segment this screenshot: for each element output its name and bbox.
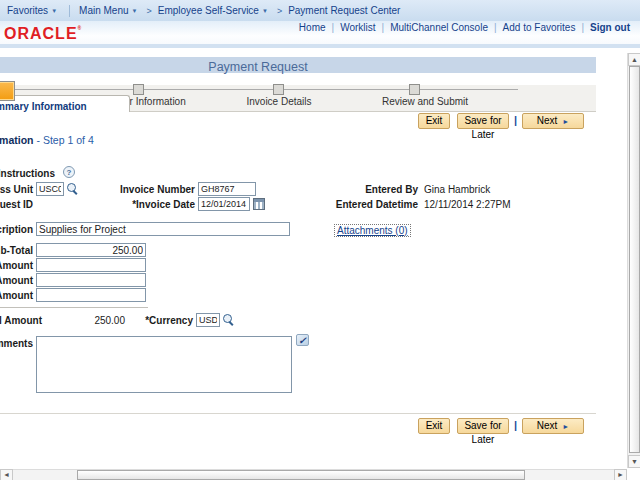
freight-amount-field[interactable] [36,273,146,287]
link-multichannel-console[interactable]: MultiChannel Console [390,22,488,33]
oracle-logo: ORACLE® [4,25,82,43]
menu-main-menu[interactable]: Main Menu▼ [79,5,140,16]
save-for-later-button-bottom[interactable]: Save for Later [457,418,509,434]
freight-amount-label: Freight Amount [0,275,33,286]
calendar-icon[interactable] [253,198,265,210]
page-title: Payment Request [208,60,307,74]
entered-by-value: Gina Hambrick [424,184,490,195]
next-button-label: Next [537,420,558,431]
chevron-down-icon: ▼ [132,8,138,14]
scroll-down-icon[interactable]: ▼ [628,455,640,468]
button-separator: | [514,419,517,431]
section-heading-step: - Step 1 of 4 [37,134,94,146]
sales-tax-amount-field[interactable] [36,288,146,302]
link-sign-out[interactable]: Sign out [590,22,630,33]
main-menu-label: Main Menu [79,5,128,16]
application-window: Favorites▼ Main Menu▼ > Employee Self-Se… [0,0,640,480]
exit-button[interactable]: Exit [418,113,450,129]
invoice-date-field[interactable] [198,197,250,211]
totals-divider [0,307,148,308]
exit-button-bottom[interactable]: Exit [418,418,450,434]
vertical-scrollbar[interactable]: ▲ ▼ [627,53,640,468]
tab-summary-information: Summary Information [0,95,130,112]
breadcrumb-divider [69,5,70,17]
registered-mark: ® [78,25,83,31]
wizard-step-line [4,89,518,90]
link-separator: | [382,22,385,33]
chevron-down-icon: ▼ [262,8,268,14]
step-marker-review-and-submit [409,84,420,95]
next-button-label: Next [537,115,558,126]
page-title-band: Payment Request [0,57,596,73]
breadcrumb-separator: > [277,6,282,16]
payment-request-page: Payment Request Summary Information Supp… [0,48,627,468]
oracle-logo-text: ORACLE [4,25,78,42]
invoice-sub-total-field[interactable] [36,243,146,257]
step-label-invoice-details: Invoice Details [246,96,311,107]
lookup-icon[interactable] [67,183,79,195]
vertical-scrollbar-thumb[interactable] [629,66,640,453]
step-marker-active [0,81,15,101]
comments-label: Comments [0,338,33,349]
next-button[interactable]: Next► [522,113,584,129]
description-field[interactable] [36,222,290,236]
invoice-date-label: *Invoice Date [80,199,195,210]
step-label-review-and-submit: Review and Submit [382,96,468,107]
menu-favorites[interactable]: Favorites▼ [7,5,60,16]
description-label: Description [0,224,33,235]
business-unit-field[interactable] [36,182,64,196]
next-arrow-icon: ► [562,118,569,125]
portal-links: Home|Worklist|MultiChannel Console|Add t… [299,22,630,33]
attachments-link[interactable]: Attachments (0) [334,224,411,237]
instructions-label: Instructions [0,168,55,179]
business-unit-label: Business Unit [0,184,33,195]
content-viewport: Payment Request Summary Information Supp… [0,48,627,468]
step-marker-invoice-details [273,84,284,95]
chevron-down-icon: ▼ [51,8,57,14]
section-heading: Summary Information- Step 1 of 4 [0,130,94,148]
entered-datetime-value: 12/11/2014 2:27PM [424,199,511,210]
help-icon[interactable]: ? [63,166,75,178]
breadcrumb-employee-self-service[interactable]: Employee Self-Service▼ [158,5,271,16]
horizontal-scrollbar[interactable]: ◄ ► [0,469,627,480]
misc-charge-amount-field[interactable] [36,258,146,272]
entered-datetime-label: Entered Datetime [300,199,418,210]
footer-divider [0,413,596,414]
currency-label: *Currency [93,315,193,326]
link-worklist[interactable]: Worklist [340,22,375,33]
button-separator: | [514,114,517,126]
lookup-icon[interactable] [223,314,235,326]
favorites-label: Favorites [7,5,48,16]
request-id-label: Request ID [0,199,33,210]
link-separator: | [581,22,584,33]
invoice-number-field[interactable] [198,182,256,196]
link-home[interactable]: Home [299,22,326,33]
step-marker-supplier-information [133,84,144,95]
scroll-up-icon[interactable]: ▲ [628,53,640,66]
invoice-number-label: Invoice Number [80,184,195,195]
breadcrumb: Favorites▼ Main Menu▼ > Employee Self-Se… [0,0,640,21]
link-separator: | [494,22,497,33]
save-for-later-button[interactable]: Save for Later [457,113,509,129]
sales-tax-amount-label: Sales Tax Amount [0,290,33,301]
scroll-left-icon[interactable]: ◄ [0,469,13,480]
currency-field[interactable] [196,313,220,327]
link-add-to-favorites[interactable]: Add to Favorites [503,22,576,33]
scroll-right-icon[interactable]: ► [614,469,627,480]
next-arrow-icon: ► [562,423,569,430]
comments-field[interactable] [36,336,292,393]
spellcheck-icon[interactable]: ✓ [296,334,309,346]
ess-label: Employee Self-Service [158,5,259,16]
tab-summary-information-label: Summary Information [0,101,87,112]
invoice-sub-total-label: Invoice Sub-Total [0,245,33,256]
link-separator: | [332,22,335,33]
section-heading-title: Summary Information [0,134,34,146]
next-button-bottom[interactable]: Next► [522,418,584,434]
breadcrumb-separator: > [147,6,152,16]
breadcrumb-payment-request-center[interactable]: Payment Request Center [288,5,400,16]
entered-by-label: Entered By [300,184,418,195]
horizontal-scrollbar-thumb[interactable] [77,470,525,480]
misc-charge-amount-label: Misc Charge Amount [0,260,33,271]
